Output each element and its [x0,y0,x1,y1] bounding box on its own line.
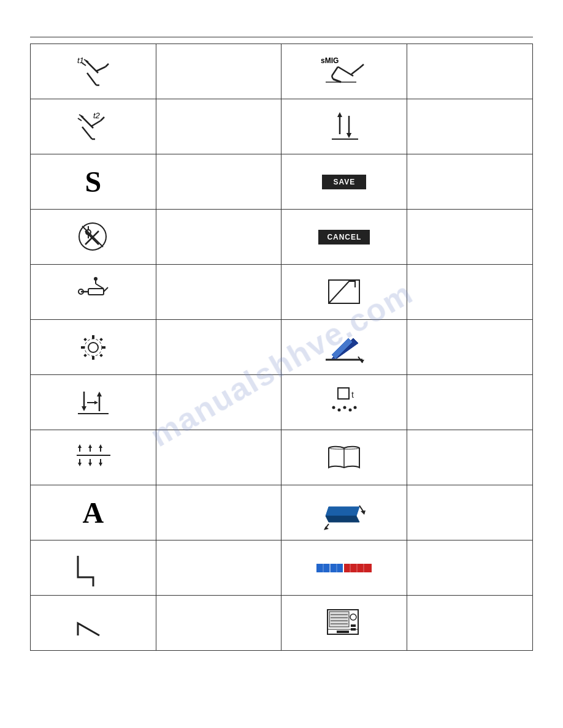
save-button-container: SAVE [286,159,402,204]
svg-text:t2: t2 [93,111,101,120]
save-button[interactable]: SAVE [322,175,366,189]
svg-line-45 [329,280,350,303]
svg-rect-51 [102,346,105,349]
step-svg [75,547,112,590]
svg-rect-53 [99,338,103,341]
smig-icon: sMIG [286,49,402,94]
svg-marker-80 [88,444,92,448]
svg-marker-82 [88,463,92,466]
svg-marker-28 [347,133,351,138]
cancel-button[interactable]: CANCEL [318,230,370,245]
svg-point-71 [343,406,346,409]
brush-angle-icon [286,325,402,370]
gun-blow-icon [36,270,151,314]
svg-rect-114 [337,631,349,633]
empty-cell-11 [156,320,282,375]
empty-cell-4 [407,99,533,154]
svg-line-40 [104,287,108,292]
table-row: CANCEL [31,210,533,265]
s-letter: S [85,165,102,199]
heat-bar-svg [316,559,372,577]
svg-rect-96 [343,564,372,572]
t1-welding-icon: t1 [36,49,151,94]
table-row: t1 sMIG [31,44,533,99]
svg-rect-52 [83,338,87,341]
heat-bar-icon [286,545,402,590]
t1-welding-cell: t1 [31,44,156,99]
svg-line-13 [332,76,333,79]
downup-arrow-cell [31,375,156,430]
empty-cell-7 [156,210,282,265]
wrench-cell [31,210,156,265]
empty-cell-14 [407,375,533,430]
svg-marker-85 [99,444,102,448]
table-row [31,596,533,651]
svg-line-19 [101,117,104,121]
a-letter: A [83,496,104,529]
svg-marker-89 [326,507,359,516]
svg-point-110 [350,614,356,620]
step-down-cell [31,540,156,596]
svg-marker-78 [78,463,82,466]
svg-marker-87 [99,463,102,466]
t2-welding-cell: t2 [31,99,156,154]
svg-marker-90 [326,516,359,522]
book-icon [286,435,402,480]
svg-marker-94 [324,526,329,530]
empty-cell-3 [156,99,282,154]
svg-marker-67 [94,401,98,404]
svg-rect-68 [338,388,349,399]
gear-icon [36,325,151,370]
book-cell [282,430,407,485]
svg-line-3 [105,64,109,67]
a-letter-icon: A [36,490,151,535]
ramp-up-icon [36,601,151,645]
smig-svg: sMIG [320,55,369,88]
gear-cell [31,320,156,375]
save-button-cell: SAVE [282,154,407,210]
empty-cell-21 [156,596,282,651]
table-row [31,265,533,320]
svg-rect-50 [81,346,85,349]
svg-rect-49 [92,356,94,360]
ramp-svg [326,275,362,309]
svg-rect-55 [99,354,103,357]
svg-rect-37 [88,289,104,295]
table-row [31,320,533,375]
empty-cell-20 [407,540,533,596]
empty-cell-22 [407,596,533,651]
wire-feed-svg [324,110,364,143]
t2-welding-icon: t2 [36,104,151,149]
empty-cell-13 [156,375,282,430]
top-divider [30,37,533,37]
table-row: A [31,485,533,540]
control-panel-icon [286,601,402,645]
svg-marker-92 [361,510,366,515]
svg-line-9 [338,67,353,76]
svg-line-20 [82,127,92,139]
empty-cell-18 [407,485,533,540]
svg-line-41 [96,284,104,289]
empty-cell-15 [156,430,282,485]
timer-pulse-icon: t [286,380,402,425]
empty-cell-19 [156,540,282,596]
brush-svg [323,329,366,366]
empty-cell-10 [407,265,533,320]
control-panel-cell [282,596,407,651]
svg-point-70 [337,408,340,411]
svg-point-73 [353,406,356,409]
svg-rect-54 [83,354,87,357]
table-row [31,430,533,485]
s-letter-icon: S [36,159,151,204]
t2-svg: t2 [75,110,112,143]
step-down-icon [36,545,151,590]
arrows-svg [75,385,112,419]
timer-pulse-cell: t [282,375,407,430]
svg-point-47 [85,339,102,356]
cancel-button-container: CANCEL [286,214,402,259]
empty-cell-2 [407,44,533,99]
svg-line-18 [91,121,101,126]
empty-cell-6 [407,154,533,210]
svg-point-72 [348,408,351,411]
smig-cell: sMIG [282,44,407,99]
